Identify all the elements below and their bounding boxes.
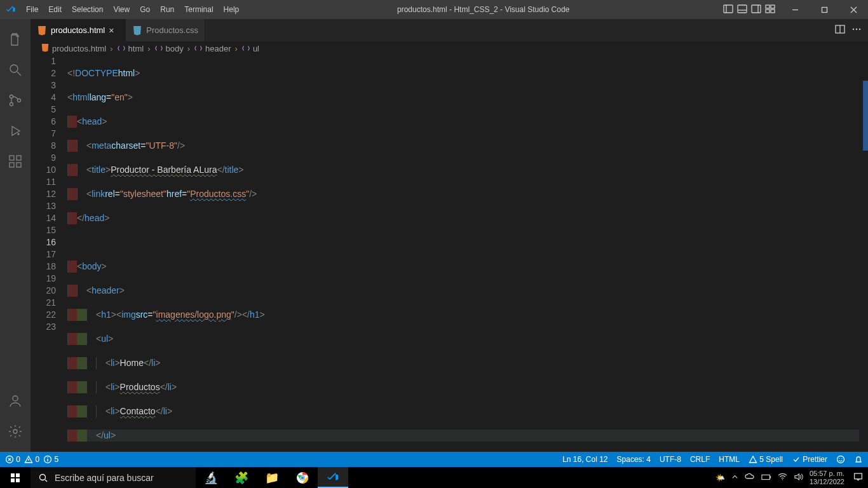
- svg-rect-46: [16, 478, 20, 482]
- editor-tabs: 5 productos.html × 3 Productos.css: [31, 19, 868, 41]
- tab-productos-html[interactable]: 5 productos.html ×: [31, 19, 126, 41]
- run-debug-icon[interactable]: [0, 116, 31, 146]
- menu-help[interactable]: Help: [219, 3, 244, 17]
- chevron-right-icon: ›: [109, 44, 114, 53]
- status-eol[interactable]: CRLF: [690, 455, 710, 464]
- svg-line-15: [17, 72, 21, 76]
- chevron-right-icon: ›: [146, 44, 151, 53]
- status-encoding[interactable]: UTF-8: [660, 455, 681, 464]
- svg-point-24: [13, 396, 18, 401]
- status-bell-icon[interactable]: [854, 455, 863, 464]
- svg-rect-22: [17, 163, 21, 167]
- code-editor[interactable]: 12345678 9101112131415 1617181920212223 …: [31, 55, 868, 452]
- breadcrumb-ul[interactable]: ul: [241, 44, 259, 53]
- taskbar-clock[interactable]: 05:57 p. m. 13/12/2022: [810, 470, 847, 485]
- breadcrumb-html[interactable]: html: [117, 44, 144, 53]
- menu-selection[interactable]: Selection: [67, 3, 107, 17]
- code-text: Productos: [120, 381, 160, 393]
- menu-go[interactable]: Go: [135, 3, 154, 17]
- status-feedback-icon[interactable]: [836, 455, 845, 464]
- start-button[interactable]: [0, 467, 31, 488]
- customize-layout-icon[interactable]: [765, 4, 775, 16]
- code-text: Productos.css: [190, 189, 246, 199]
- settings-gear-icon[interactable]: [0, 416, 31, 447]
- code-text: Productor - Barbería ALura: [111, 164, 217, 176]
- code-text: imagenes/logo.png: [156, 309, 231, 320]
- split-editor-icon[interactable]: [835, 24, 845, 37]
- menu-file[interactable]: File: [22, 3, 43, 17]
- menu-terminal[interactable]: Terminal: [180, 3, 217, 17]
- tab-productos-css[interactable]: 3 Productos.css: [126, 19, 205, 41]
- explorer-icon[interactable]: [0, 24, 31, 55]
- close-tab-icon[interactable]: ×: [109, 25, 119, 36]
- tray-volume-icon[interactable]: [794, 473, 803, 483]
- breadcrumb-body[interactable]: body: [154, 44, 184, 53]
- svg-rect-43: [11, 473, 15, 477]
- search-icon[interactable]: [0, 55, 31, 85]
- tray-wifi-icon[interactable]: [778, 473, 787, 482]
- maximize-button[interactable]: [810, 0, 839, 19]
- svg-point-54: [782, 479, 783, 480]
- minimap-slider[interactable]: [863, 81, 868, 151]
- breadcrumbs[interactable]: productos.html › html › body › header › …: [31, 41, 868, 55]
- vscode-logo-icon: [0, 4, 22, 15]
- tray-chevron-up-icon[interactable]: [731, 473, 738, 482]
- taskbar-file-explorer[interactable]: 📁: [257, 467, 287, 488]
- html-file-icon: [41, 43, 50, 54]
- taskbar-app-1[interactable]: 🔬: [196, 467, 226, 488]
- breadcrumb-header[interactable]: header: [194, 44, 231, 53]
- tab-label: Productos.css: [146, 25, 198, 35]
- status-spell[interactable]: 5 Spell: [749, 455, 783, 464]
- minimize-button[interactable]: [780, 0, 810, 19]
- taskbar-search[interactable]: Escribe aquí para buscar: [31, 467, 196, 488]
- tray-notifications-icon[interactable]: [853, 472, 863, 484]
- toggle-panel-icon[interactable]: [737, 4, 747, 16]
- toggle-secondary-sidebar-icon[interactable]: [751, 4, 761, 16]
- minimap[interactable]: [859, 55, 868, 452]
- svg-point-16: [10, 95, 13, 98]
- taskbar-chrome[interactable]: [287, 467, 318, 488]
- accounts-icon[interactable]: [0, 386, 31, 416]
- tray-onedrive-icon[interactable]: [745, 473, 755, 482]
- search-placeholder: Escribe aquí para buscar: [55, 473, 154, 483]
- svg-point-17: [10, 103, 13, 106]
- svg-point-47: [40, 474, 46, 480]
- menu-bar: File Edit Selection View Go Run Terminal…: [22, 3, 243, 17]
- css-file-icon: 3: [132, 25, 142, 36]
- html-file-icon: 5: [37, 25, 47, 36]
- svg-point-19: [18, 133, 19, 135]
- status-bar: 0 0 5 Ln 16, Col 12 Spaces: 4 UTF-8 CRLF…: [0, 452, 868, 467]
- menu-view[interactable]: View: [109, 3, 134, 17]
- svg-rect-21: [10, 163, 14, 167]
- breadcrumb-file[interactable]: productos.html: [41, 43, 106, 54]
- chevron-right-icon: ›: [234, 44, 239, 53]
- svg-rect-9: [771, 10, 775, 13]
- status-prettier[interactable]: Prettier: [792, 455, 827, 464]
- status-indent[interactable]: Spaces: 4: [617, 455, 651, 464]
- svg-rect-53: [770, 476, 771, 478]
- svg-rect-55: [855, 473, 862, 479]
- svg-rect-8: [766, 10, 770, 13]
- taskbar-app-2[interactable]: 🧩: [226, 467, 257, 488]
- code-content[interactable]: <!DOCTYPE html> <html lang="en"> <head> …: [67, 55, 859, 488]
- chevron-right-icon: ›: [186, 44, 191, 53]
- status-cursor-position[interactable]: Ln 16, Col 12: [562, 455, 607, 464]
- close-button[interactable]: [839, 0, 868, 19]
- more-actions-icon[interactable]: [851, 24, 862, 37]
- taskbar-vscode[interactable]: [318, 467, 348, 488]
- line-gutter: 12345678 9101112131415 1617181920212223: [31, 55, 67, 333]
- menu-run[interactable]: Run: [156, 3, 179, 17]
- svg-point-40: [837, 456, 844, 463]
- tray-weather-icon[interactable]: 🌤️: [715, 473, 725, 482]
- menu-edit[interactable]: Edit: [44, 3, 66, 17]
- source-control-icon[interactable]: [0, 85, 31, 116]
- status-info[interactable]: 5: [43, 455, 58, 464]
- extensions-icon[interactable]: [0, 146, 31, 177]
- status-errors[interactable]: 0: [5, 455, 20, 464]
- status-warnings[interactable]: 0: [24, 455, 39, 464]
- svg-rect-2: [738, 5, 747, 13]
- toggle-primary-sidebar-icon[interactable]: [723, 4, 733, 16]
- tray-battery-icon[interactable]: [761, 473, 771, 482]
- code-text: Contacto: [120, 405, 156, 417]
- status-language[interactable]: HTML: [719, 455, 740, 464]
